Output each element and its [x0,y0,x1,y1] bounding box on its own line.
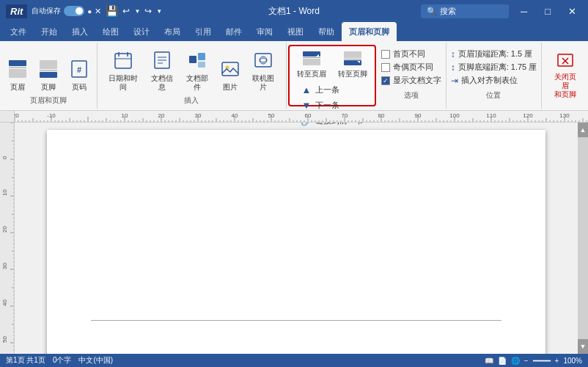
language: 中文(中国) [78,355,113,366]
redo-icon[interactable]: ↪ [144,6,152,16]
tab-file[interactable]: 文件 [3,22,34,41]
svg-rect-19 [222,62,238,76]
print-view-icon[interactable]: 📄 [498,357,507,365]
picture-label: 图片 [223,83,238,92]
tab-draw[interactable]: 绘图 [95,22,126,41]
save-icon[interactable]: 💾 [106,5,118,17]
vertical-ruler [0,123,15,354]
odd-even-different-option[interactable]: 奇偶页不同 [381,62,441,73]
ruler-corner [0,111,15,123]
first-page-checkbox[interactable] [381,50,390,59]
tab-mailings[interactable]: 邮件 [218,22,249,41]
first-page-label: 首页不同 [393,48,425,59]
svg-rect-1 [9,69,26,78]
autosave-toggle[interactable] [64,6,84,16]
svg-rect-8 [115,54,131,68]
autosave-section: 自动保存 ● ✕ [32,6,101,16]
zoom-in-icon[interactable]: + [555,357,559,365]
picture-button[interactable]: 图片 [216,57,245,94]
tab-references[interactable]: 引用 [188,22,218,41]
header-button[interactable]: 页眉 [3,57,32,94]
undo-dropdown-icon[interactable]: ▼ [134,8,140,15]
ribbon-group-hf-insert: 页眉 页脚 # 页码 页眉和页脚 [0,43,98,109]
doc-info-button[interactable]: 文档信息 [145,48,179,94]
online-picture-label: 联机图片 [250,74,276,92]
show-doc-text-option[interactable]: ✓ 显示文档文字 [381,75,441,86]
minimize-button[interactable]: ─ [515,4,533,18]
search-box[interactable]: 🔍 搜索 [421,4,509,18]
ribbon-group-insert: 日期和时间 文档信息 文档部件 图片 [98,43,287,109]
close-button[interactable]: ✕ [562,4,582,18]
close-hf-icon [556,52,574,71]
maximize-button[interactable]: □ [539,4,556,18]
prev-section-button[interactable]: ▲ 上一条 [298,83,367,97]
zoom-out-icon[interactable]: − [524,357,529,365]
show-doc-text-label: 显示文档文字 [393,75,441,86]
tab-layout[interactable]: 布局 [157,22,188,41]
footer-area [91,321,501,343]
tab-help[interactable]: 帮助 [311,22,342,41]
footer-button[interactable]: 页脚 [34,57,63,94]
zoom-level: 100% [563,357,582,365]
insert-buttons: 日期和时间 文档信息 文档部件 图片 [103,46,280,94]
app-logo: Rit [6,4,27,18]
ribbon: 页眉 页脚 # 页码 页眉和页脚 日期和时间 [0,41,588,111]
svg-rect-27 [344,51,361,58]
online-picture-icon [253,50,273,73]
zoom-slider[interactable]: ━━━━ [533,357,551,365]
options-items: 首页不同 奇偶页不同 ✓ 显示文档文字 [381,46,441,89]
scroll-down-button[interactable]: ▼ [578,339,588,354]
ruler-track [15,111,588,122]
view-controls: 📖 📄 🌐 − ━━━━ + 100% [485,357,582,365]
header-from-top[interactable]: ↕ 页眉顶端距离: 1.5 厘 [451,48,537,59]
footer-distance-label: 页脚底端距离: 1.75 厘 [458,62,537,73]
svg-rect-21 [255,54,271,67]
hf-buttons: 页眉 页脚 # 页码 [3,46,94,94]
ribbon-tabs: 文件 开始 插入 绘图 设计 布局 引用 邮件 审阅 视图 帮助 页眉和页脚 [0,22,588,41]
tab-view[interactable]: 视图 [280,22,311,41]
tab-home[interactable]: 开始 [34,22,65,41]
goto-header-button[interactable]: 转至页眉 [293,48,331,81]
prev-section-icon: ▲ [301,84,312,95]
quick-access-more[interactable]: ▼ [156,8,162,15]
svg-rect-24 [303,59,320,65]
insert-tab-label: 插入对齐制表位 [461,75,518,86]
footer-from-bottom[interactable]: ↕ 页脚底端距离: 1.75 厘 [451,62,537,73]
scroll-up-button[interactable]: ▲ [578,123,588,137]
position-items: ↕ 页眉顶端距离: 1.5 厘 ↕ 页脚底端距离: 1.75 厘 ⇥ 插入对齐制… [449,46,539,89]
date-time-icon [113,50,133,73]
show-doc-text-checkbox[interactable]: ✓ [381,76,390,85]
goto-header-icon [301,51,322,68]
doc-parts-icon [187,50,207,73]
scrollbar-vertical[interactable]: ▲ ▼ [578,123,588,354]
read-view-icon[interactable]: 📖 [485,357,493,365]
goto-footer-button[interactable]: 转至页脚 [334,48,372,81]
odd-even-label: 奇偶页不同 [393,62,433,73]
autosave-on: ● [87,7,92,15]
scroll-track[interactable] [578,137,588,339]
title-bar: Rit 自动保存 ● ✕ 💾 ↩ ▼ ↪ ▼ 文档1 - Word 🔍 搜索 ─… [0,0,588,22]
header-distance-label: 页眉顶端距离: 1.5 厘 [458,48,532,59]
ribbon-group-position: ↕ 页眉顶端距离: 1.5 厘 ↕ 页脚底端距离: 1.75 厘 ⇥ 插入对齐制… [446,43,543,109]
svg-rect-3 [40,60,57,69]
doc-parts-button[interactable]: 文档部件 [180,48,214,94]
first-page-different-option[interactable]: 首页不同 [381,48,441,59]
online-picture-button[interactable]: 联机图片 [246,48,280,94]
close-hf-label: 关闭页眉和页脚 [551,73,578,99]
tab-design[interactable]: 设计 [126,22,157,41]
undo-icon[interactable]: ↩ [122,6,130,16]
tab-review[interactable]: 审阅 [249,22,280,41]
word-count: 0个字 [53,355,72,366]
web-view-icon[interactable]: 🌐 [511,357,520,365]
page-number-button[interactable]: # 页码 [65,57,94,94]
close-header-footer-button[interactable]: 关闭页眉和页脚 [548,50,582,101]
date-time-button[interactable]: 日期和时间 [103,48,144,94]
tab-header-footer[interactable]: 页眉和页脚 [342,22,397,41]
odd-even-checkbox[interactable] [381,63,390,72]
svg-rect-4 [40,72,57,78]
doc-scroll[interactable] [15,123,578,354]
close-autosave[interactable]: ✕ [95,7,101,16]
tab-insert[interactable]: 插入 [65,22,95,41]
footer-distance-icon: ↕ [451,62,455,73]
insert-tab-button[interactable]: ⇥ 插入对齐制表位 [451,75,537,86]
